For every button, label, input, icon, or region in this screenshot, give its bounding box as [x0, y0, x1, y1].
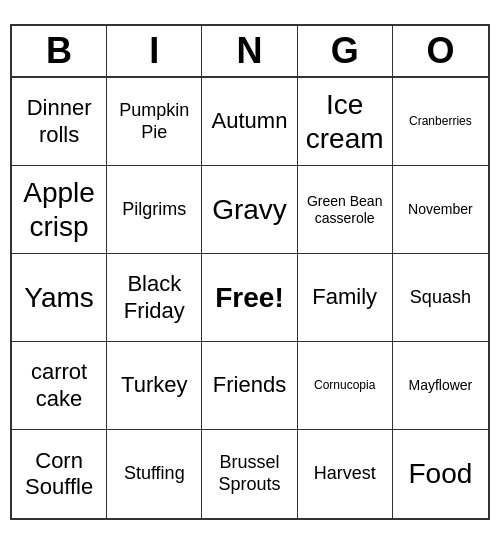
- cell-text: Pilgrims: [122, 199, 186, 221]
- cell-r1-c1: Pilgrims: [107, 166, 202, 254]
- cell-r3-c1: Turkey: [107, 342, 202, 430]
- cell-r4-c4: Food: [393, 430, 488, 518]
- cell-r4-c1: Stuffing: [107, 430, 202, 518]
- header-letter: N: [202, 26, 297, 76]
- cell-text: Family: [312, 284, 377, 310]
- cell-text: Autumn: [212, 108, 288, 134]
- cell-text: Mayflower: [408, 377, 472, 394]
- cell-r1-c0: Apple crisp: [12, 166, 107, 254]
- cell-text: Green Bean casserole: [302, 193, 388, 227]
- cell-text: Cranberries: [409, 114, 472, 128]
- cell-r2-c0: Yams: [12, 254, 107, 342]
- cell-r3-c3: Cornucopia: [298, 342, 393, 430]
- cell-text: Ice cream: [302, 88, 388, 155]
- cell-r4-c2: Brussel Sprouts: [202, 430, 297, 518]
- cell-text: Corn Souffle: [16, 448, 102, 501]
- cell-r1-c3: Green Bean casserole: [298, 166, 393, 254]
- header-letter: I: [107, 26, 202, 76]
- cell-text: Yams: [24, 281, 94, 315]
- cell-text: carrot cake: [16, 359, 102, 412]
- header-letter: G: [298, 26, 393, 76]
- cell-text: Brussel Sprouts: [206, 452, 292, 495]
- bingo-card: BINGO Dinner rollsPumpkin PieAutumnIce c…: [10, 24, 490, 520]
- cell-text: Cornucopia: [314, 378, 375, 392]
- cell-r0-c1: Pumpkin Pie: [107, 78, 202, 166]
- cell-text: Dinner rolls: [16, 95, 102, 148]
- cell-r2-c4: Squash: [393, 254, 488, 342]
- cell-text: Food: [408, 457, 472, 491]
- header-letter: B: [12, 26, 107, 76]
- cell-r0-c0: Dinner rolls: [12, 78, 107, 166]
- cell-r4-c0: Corn Souffle: [12, 430, 107, 518]
- cell-r0-c2: Autumn: [202, 78, 297, 166]
- cell-r2-c1: Black Friday: [107, 254, 202, 342]
- cell-r1-c2: Gravy: [202, 166, 297, 254]
- cell-r0-c3: Ice cream: [298, 78, 393, 166]
- cell-text: Pumpkin Pie: [111, 100, 197, 143]
- cell-text: Gravy: [212, 193, 287, 227]
- cell-text: Harvest: [314, 463, 376, 485]
- cell-text: Turkey: [121, 372, 187, 398]
- cell-r3-c4: Mayflower: [393, 342, 488, 430]
- header-letter: O: [393, 26, 488, 76]
- cell-text: Black Friday: [111, 271, 197, 324]
- cell-r2-c3: Family: [298, 254, 393, 342]
- cell-text: Free!: [215, 281, 283, 315]
- cell-r3-c2: Friends: [202, 342, 297, 430]
- cell-r1-c4: November: [393, 166, 488, 254]
- cell-text: Squash: [410, 287, 471, 309]
- cell-r0-c4: Cranberries: [393, 78, 488, 166]
- cell-r4-c3: Harvest: [298, 430, 393, 518]
- cell-r3-c0: carrot cake: [12, 342, 107, 430]
- bingo-grid: Dinner rollsPumpkin PieAutumnIce creamCr…: [12, 78, 488, 518]
- bingo-header: BINGO: [12, 26, 488, 78]
- cell-text: November: [408, 201, 473, 218]
- cell-text: Stuffing: [124, 463, 185, 485]
- cell-text: Apple crisp: [16, 176, 102, 243]
- cell-r2-c2: Free!: [202, 254, 297, 342]
- cell-text: Friends: [213, 372, 286, 398]
